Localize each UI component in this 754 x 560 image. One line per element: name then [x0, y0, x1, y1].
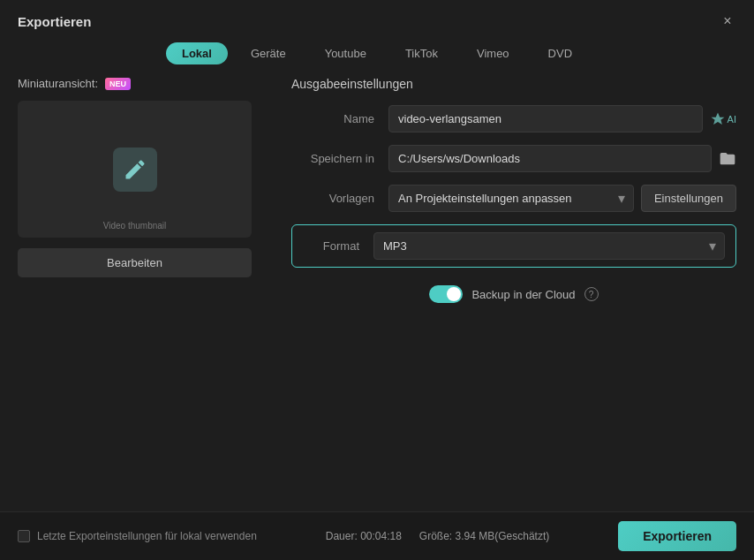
remember-settings-label: Letzte Exporteinstellungen für lokal ver…	[37, 530, 257, 542]
tab-dvd[interactable]: DVD	[532, 42, 588, 64]
footer: Letzte Exporteinstellungen für lokal ver…	[0, 511, 754, 560]
name-row: Name AI	[291, 105, 736, 132]
name-input[interactable]	[388, 105, 703, 132]
thumbnail-label-text: Miniaturansicht:	[18, 77, 98, 90]
thumbnail-preview: Video thumbnail	[18, 101, 252, 238]
size-stat: Größe: 3.94 MB(Geschätzt)	[419, 530, 549, 542]
settings-button[interactable]: Einstellungen	[641, 185, 736, 212]
edit-button[interactable]: Bearbeiten	[18, 248, 252, 277]
tab-geraete[interactable]: Geräte	[235, 42, 302, 64]
tab-youtube[interactable]: Youtube	[309, 42, 382, 64]
tab-bar: Lokal Geräte Youtube TikTok Vimeo DVD	[0, 37, 754, 77]
vorlagen-select-wrapper: An Projekteinstellungen anpassen Einstel…	[388, 185, 736, 212]
name-label: Name	[291, 112, 388, 125]
ai-sparkle-icon	[710, 111, 726, 127]
tab-vimeo[interactable]: Vimeo	[461, 42, 525, 64]
vorlagen-select[interactable]: An Projekteinstellungen anpassen	[388, 185, 634, 212]
folder-open-icon	[719, 149, 736, 165]
ai-text: AI	[728, 114, 736, 125]
format-select[interactable]: MP3 MP4 MOV AVI MKV GIF WAV	[373, 232, 725, 260]
ai-icon: AI	[710, 111, 736, 127]
edit-pencil-icon	[123, 157, 147, 182]
help-icon[interactable]: ?	[584, 287, 599, 301]
main-content: Miniaturansicht: NEU Video thumbnail Bea…	[0, 77, 754, 511]
vorlagen-label: Vorlagen	[291, 192, 388, 205]
folder-icon[interactable]	[719, 149, 736, 169]
export-dialog: Exportieren × Lokal Geräte Youtube TikTo…	[0, 0, 754, 560]
format-select-wrapper: MP3 MP4 MOV AVI MKV GIF WAV	[373, 232, 725, 260]
remember-settings-checkbox[interactable]	[18, 530, 30, 542]
format-label: Format	[303, 239, 373, 253]
size-value: 3.94 MB(Geschätzt)	[456, 530, 550, 542]
thumbnail-bottom-label: Video thumbnail	[103, 221, 167, 231]
toggle-knob	[447, 287, 461, 301]
cloud-backup-label: Backup in der Cloud	[471, 288, 575, 301]
footer-stats: Dauer: 00:04:18 Größe: 3.94 MB(Geschätzt…	[326, 530, 550, 542]
thumbnail-label-row: Miniaturansicht: NEU	[18, 77, 274, 90]
dialog-title: Exportieren	[18, 14, 91, 29]
save-path-row: Speichern in C:/Users/ws/Downloads	[291, 145, 736, 172]
tab-tiktok[interactable]: TikTok	[389, 42, 454, 64]
save-path-display: C:/Users/ws/Downloads	[388, 145, 712, 172]
cloud-backup-row: Backup in der Cloud ?	[291, 285, 736, 303]
tab-lokal[interactable]: Lokal	[166, 42, 228, 64]
footer-left: Letzte Exporteinstellungen für lokal ver…	[18, 530, 257, 542]
thumbnail-icon	[113, 148, 157, 192]
duration-value: 00:04:18	[360, 530, 402, 542]
save-label: Speichern in	[291, 152, 388, 165]
titlebar: Exportieren ×	[0, 0, 754, 37]
left-panel: Miniaturansicht: NEU Video thumbnail Bea…	[18, 77, 274, 503]
duration-label: Dauer:	[326, 530, 358, 542]
size-label: Größe:	[419, 530, 452, 542]
right-panel: Ausgabeeinstellungen Name AI Speichern i…	[291, 77, 736, 503]
section-title: Ausgabeeinstellungen	[291, 77, 736, 91]
close-button[interactable]: ×	[719, 12, 736, 30]
vorlagen-dropdown-wrapper: An Projekteinstellungen anpassen	[388, 185, 634, 212]
duration-stat: Dauer: 00:04:18	[326, 530, 402, 542]
vorlagen-row: Vorlagen An Projekteinstellungen anpasse…	[291, 185, 736, 212]
format-row: Format MP3 MP4 MOV AVI MKV GIF WAV	[291, 224, 736, 268]
cloud-toggle[interactable]	[429, 285, 463, 303]
new-badge: NEU	[105, 78, 131, 90]
export-button[interactable]: Exportieren	[618, 521, 736, 551]
folder-row: C:/Users/ws/Downloads	[388, 145, 736, 172]
